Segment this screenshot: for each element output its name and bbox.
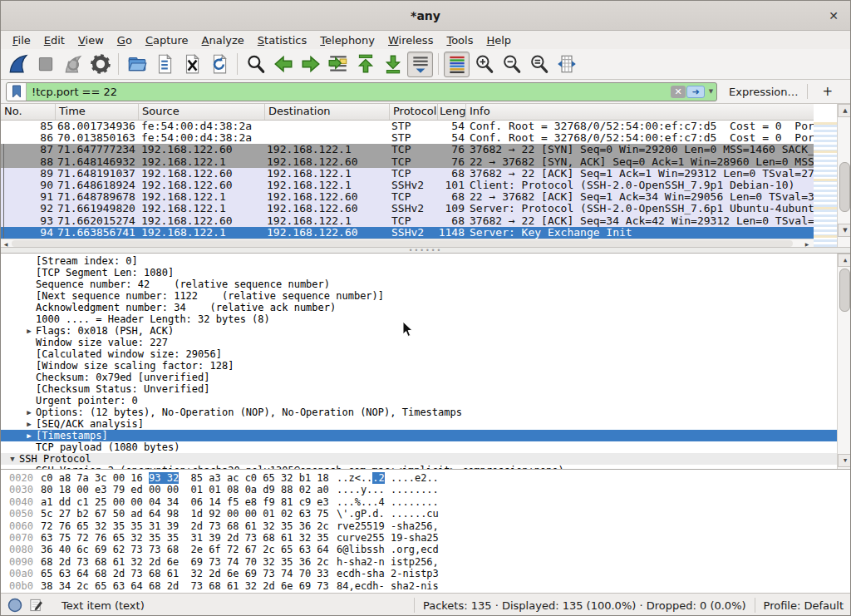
expander-icon[interactable] [22, 290, 36, 302]
filter-clear-icon[interactable]: ✕ [671, 86, 686, 98]
stop-capture-icon[interactable] [32, 52, 58, 77]
expander-icon[interactable] [22, 302, 36, 313]
menu-item[interactable]: Analyze [195, 32, 251, 48]
expander-icon[interactable]: ▶ [22, 325, 36, 337]
close-icon[interactable]: ✕ [825, 7, 842, 24]
detail-line[interactable]: [Checksum Status: Unverified] [1, 383, 837, 395]
scroll-down-icon[interactable]: ▼ [838, 454, 850, 467]
hex-ascii[interactable]: h-sha2-n istp256, [337, 556, 439, 568]
hex-row[interactable]: 0070 63 75 72 76 65 32 35 35 31 39 2d 73… [1, 532, 439, 544]
menu-item[interactable]: Go [111, 32, 139, 48]
go-to-bottom-icon[interactable] [380, 52, 406, 77]
hex-bytes[interactable]: 72 76 65 32 35 35 31 39 2d 73 68 61 32 3… [41, 520, 337, 532]
display-filter-input[interactable]: !tcp.port == 22 [27, 83, 671, 101]
filter-bookmark-icon[interactable] [7, 83, 27, 101]
reload-file-icon[interactable] [206, 52, 232, 77]
column-header-length[interactable]: Length [438, 104, 466, 120]
menu-item[interactable]: Edit [37, 32, 71, 48]
hex-ascii[interactable]: ....y... ........ [337, 484, 439, 495]
detail-line[interactable]: 1000 .... = Header Length: 32 bytes (8) [1, 313, 837, 325]
profile-status[interactable]: Profile: Default [764, 599, 844, 612]
go-to-top-icon[interactable] [352, 52, 378, 77]
packet-row[interactable]: 91 71.648789678 192.168.122.1 192.168.12… [1, 191, 814, 203]
menu-item[interactable]: Statistics [251, 32, 313, 48]
save-file-icon[interactable] [151, 52, 177, 77]
detail-line[interactable]: [Stream index: 0] [1, 255, 837, 267]
detail-line[interactable]: ▼ SSH Protocol [1, 453, 837, 465]
go-to-packet-icon[interactable] [325, 52, 351, 77]
hex-ascii[interactable]: ...%...4 ........ [337, 496, 439, 508]
hex-row[interactable]: 0020 c0 a8 7a 3c 00 16 93 32 85 a3 ac c0… [1, 472, 439, 484]
open-file-icon[interactable] [124, 52, 150, 77]
hex-row[interactable]: 00a0 65 63 64 68 2d 73 68 61 32 2d 6e 69… [1, 568, 439, 579]
scroll-up-icon[interactable]: ▲ [838, 104, 851, 117]
expander-icon[interactable] [22, 337, 36, 348]
expander-icon[interactable] [22, 348, 36, 360]
pane-splitter[interactable]: •••••• [1, 247, 850, 254]
add-filter-button[interactable]: + [816, 84, 840, 99]
menu-item[interactable]: View [71, 32, 111, 48]
hex-ascii[interactable]: \'.gP.d. ......cu [337, 508, 439, 520]
hex-bytes[interactable]: a1 dd c1 25 00 00 04 34 06 14 f5 e8 f9 8… [41, 496, 337, 508]
hex-row[interactable]: 0040 a1 dd c1 25 00 00 04 34 06 14 f5 e8… [1, 496, 439, 508]
detail-line[interactable]: [Window size scaling factor: 128] [1, 360, 837, 372]
hex-row[interactable]: 00b0 38 34 2c 65 63 64 68 2d 73 68 61 32… [1, 580, 439, 592]
detail-line[interactable]: ▶ Flags: 0x018 (PSH, ACK) [1, 325, 837, 337]
capture-comment-icon[interactable] [29, 598, 43, 613]
hex-row[interactable]: 0050 5c 27 b2 67 50 ad 64 98 1d 92 00 00… [1, 508, 439, 520]
close-file-icon[interactable] [179, 52, 204, 77]
hex-ascii[interactable]: 6@libssh .org,ecd [337, 544, 439, 555]
column-header-source[interactable]: Source [139, 104, 265, 120]
detail-line[interactable]: Urgent pointer: 0 [1, 395, 837, 407]
restart-capture-icon[interactable] [60, 52, 86, 77]
go-back-icon[interactable] [270, 52, 296, 77]
detail-line[interactable]: Checksum: 0x79ed [unverified] [1, 372, 837, 383]
menu-item[interactable]: Tools [440, 32, 480, 48]
detail-line[interactable]: ▶ Options: (12 bytes), No-Operation (NOP… [1, 407, 837, 418]
scroll-down-icon[interactable]: ▼ [838, 224, 851, 237]
scroll-up-icon[interactable]: ▲ [838, 254, 850, 267]
detail-line[interactable]: TCP payload (1080 bytes) [1, 441, 837, 453]
expression-button[interactable]: Expression… [729, 86, 799, 98]
packet-row[interactable]: 88 71.648146932 192.168.122.1 192.168.12… [1, 156, 814, 168]
resize-columns-icon[interactable] [553, 52, 579, 77]
detail-line[interactable]: ▶ [SEQ/ACK analysis] [1, 418, 837, 430]
menu-item[interactable]: Wireless [381, 32, 440, 48]
hex-bytes[interactable]: 38 34 2c 65 63 64 68 2d 73 68 61 32 2d 6… [41, 580, 337, 592]
hex-bytes[interactable]: c0 a8 7a 3c 00 16 93 32 85 a3 ac c0 65 3… [41, 472, 337, 484]
packet-list-vscrollbar[interactable]: ▲ ▼ [837, 104, 851, 247]
detail-vscrollbar[interactable]: ▲ ▼ [837, 254, 850, 469]
expander-icon[interactable] [22, 313, 36, 325]
hex-bytes[interactable]: 5c 27 b2 67 50 ad 64 98 1d 92 00 00 01 0… [41, 508, 337, 520]
auto-scroll-toggle-icon[interactable] [407, 52, 433, 77]
packet-row[interactable]: 92 71.661949820 192.168.122.1 192.168.12… [1, 203, 814, 214]
zoom-out-icon[interactable] [499, 52, 524, 77]
zoom-in-icon[interactable] [471, 52, 497, 77]
hex-ascii[interactable]: 84,ecdh- sha2-nis [337, 580, 439, 592]
expander-icon[interactable]: ▶ [22, 418, 36, 430]
zoom-reset-icon[interactable] [526, 52, 552, 77]
expander-icon[interactable] [22, 278, 36, 290]
packet-row[interactable]: 94 71.663856741 192.168.122.1 192.168.12… [1, 227, 814, 239]
hex-row[interactable]: 0030 80 18 00 e3 79 ed 00 00 01 01 08 0a… [1, 484, 439, 495]
expander-icon[interactable]: ▼ [6, 453, 19, 465]
scroll-thumb[interactable] [839, 269, 850, 312]
expander-icon[interactable] [22, 255, 36, 267]
hex-bytes[interactable]: 63 75 72 76 65 32 35 35 31 39 2d 73 68 6… [41, 532, 337, 544]
packet-row[interactable]: 90 71.648618924 192.168.122.60 192.168.1… [1, 180, 814, 191]
go-forward-icon[interactable] [298, 52, 323, 77]
hex-bytes[interactable]: 65 63 64 68 2d 73 68 61 32 2d 6e 69 73 7… [41, 568, 337, 579]
expander-icon[interactable] [22, 395, 36, 407]
start-capture-icon[interactable] [5, 52, 31, 77]
column-header-protocol[interactable]: Protocol [390, 104, 438, 120]
packet-row[interactable]: 87 71.647777234 192.168.122.60 192.168.1… [1, 144, 814, 155]
expander-icon[interactable] [22, 267, 36, 278]
hex-bytes[interactable]: 68 2d 73 68 61 32 2d 6e 69 73 74 70 32 3… [41, 556, 337, 568]
hex-ascii[interactable]: curve255 19-sha25 [337, 532, 439, 544]
hex-row[interactable]: 0090 68 2d 73 68 61 32 2d 6e 69 73 74 70… [1, 556, 439, 568]
detail-line[interactable]: [TCP Segment Len: 1080] [1, 267, 837, 278]
menu-item[interactable]: Capture [139, 32, 195, 48]
expander-icon[interactable]: ▶ [22, 407, 36, 418]
hex-ascii[interactable]: ..z<...2 ....e2.. [337, 472, 439, 484]
menu-item[interactable]: Telephony [313, 32, 381, 48]
